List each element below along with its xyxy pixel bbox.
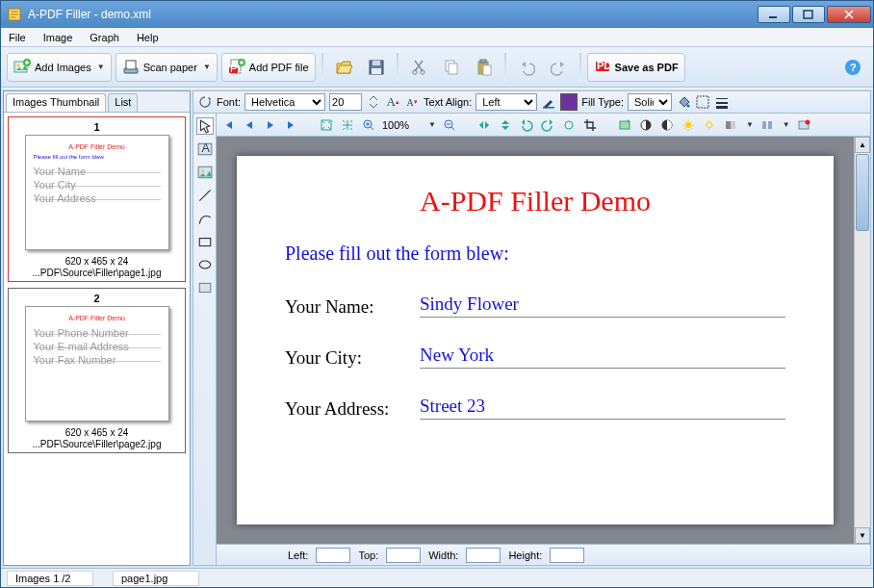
add-pdf-button[interactable]: PDF Add PDF file — [221, 53, 316, 82]
increase-font-icon[interactable]: A▴ — [385, 94, 400, 110]
save-button[interactable] — [362, 53, 391, 82]
zoom-out-icon[interactable] — [442, 117, 457, 133]
dropdown-arrow-icon[interactable]: ▼ — [783, 120, 790, 129]
save-as-pdf-button[interactable]: PDF Save as PDF — [587, 53, 685, 82]
close-button[interactable] — [827, 6, 871, 23]
zoom-value[interactable]: 100% — [382, 119, 421, 131]
ellipse-tool[interactable] — [196, 256, 214, 273]
menu-graph[interactable]: Graph — [86, 30, 123, 45]
image-tool[interactable] — [196, 164, 214, 181]
canvas-scroll[interactable]: A-PDF Filler Demo Please fill out the fo… — [217, 137, 854, 544]
form-row: Your Address: Street 23 — [285, 396, 785, 420]
thumbnail-panel: Images Thumbnail List 1 A-PDF Filler Dem… — [3, 90, 191, 566]
field-value[interactable]: Street 23 — [420, 396, 785, 420]
tab-thumbnails[interactable]: Images Thumbnail — [6, 93, 106, 112]
bucket-icon[interactable] — [676, 94, 691, 110]
height-label: Height: — [508, 550, 542, 561]
field-label: Your City: — [285, 347, 420, 369]
thumbnail-item[interactable]: 2 A-PDF Filler Demo Your Phone NumberYou… — [8, 288, 186, 453]
prev-icon[interactable] — [242, 117, 257, 133]
field-label: Your Address: — [285, 398, 420, 420]
scroll-down-icon[interactable]: ▼ — [855, 527, 870, 544]
scan-paper-button[interactable]: Scan paper ▼ — [116, 53, 218, 82]
effects-icon[interactable] — [617, 117, 632, 133]
stamp-tool[interactable] — [196, 279, 214, 296]
next-icon[interactable] — [263, 117, 278, 133]
contrast-icon[interactable] — [638, 117, 654, 133]
field-value[interactable]: New York — [420, 345, 785, 369]
brightness-down-icon[interactable] — [702, 117, 717, 133]
align-select[interactable]: Left — [476, 93, 537, 111]
paste-button[interactable] — [470, 53, 499, 82]
dropdown-arrow-icon[interactable]: ▼ — [746, 120, 754, 129]
width-input[interactable] — [466, 548, 501, 563]
save-as-pdf-label: Save as PDF — [615, 62, 679, 73]
actual-icon[interactable] — [340, 117, 355, 133]
add-pdf-label: Add PDF file — [249, 62, 309, 73]
fill-select[interactable]: Solid — [628, 93, 672, 111]
last-icon[interactable] — [284, 117, 299, 133]
pointer-tool[interactable] — [196, 117, 214, 135]
redo-button[interactable] — [545, 53, 574, 82]
grayscale-icon[interactable] — [723, 117, 738, 133]
scroll-up-icon[interactable]: ▲ — [855, 137, 870, 153]
fill-label: Fill Type: — [581, 96, 624, 108]
svg-rect-13 — [373, 61, 380, 65]
open-button[interactable] — [329, 53, 358, 82]
copy-button[interactable] — [437, 53, 466, 82]
scroll-thumb[interactable] — [856, 154, 869, 231]
line-tool[interactable] — [196, 187, 214, 204]
decrease-font-icon[interactable]: A▾ — [404, 94, 420, 110]
svg-rect-14 — [372, 68, 381, 74]
thumbnail-number: 1 — [11, 121, 183, 133]
menu-image[interactable]: Image — [39, 30, 77, 45]
vertical-scrollbar[interactable]: ▲ ▼ — [854, 137, 870, 544]
rect-tool[interactable] — [196, 233, 214, 250]
undo-button[interactable] — [512, 53, 541, 82]
field-value[interactable]: Sindy Flower — [420, 294, 785, 318]
tab-list[interactable]: List — [108, 93, 138, 112]
thumbnail-item[interactable]: 1 A-PDF Filler DemoPlease fill out the f… — [8, 116, 186, 282]
contrast2-icon[interactable] — [659, 117, 675, 133]
font-size-input[interactable] — [329, 93, 362, 111]
separator — [397, 53, 398, 82]
main-toolbar: Add Images ▼ Scan paper ▼ PDF Add PDF fi… — [1, 47, 873, 88]
page[interactable]: A-PDF Filler Demo Please fill out the fo… — [237, 156, 834, 524]
rotate-left-icon[interactable] — [519, 117, 534, 133]
height-input[interactable] — [550, 548, 584, 563]
separator — [321, 53, 323, 82]
curve-tool[interactable] — [196, 210, 214, 227]
fit-icon[interactable] — [319, 117, 334, 133]
scan-paper-label: Scan paper — [143, 62, 197, 73]
top-input[interactable] — [386, 548, 421, 563]
app-window: A-PDF Filler - demo.xml File Image Graph… — [0, 0, 874, 588]
text-tool[interactable]: A — [196, 141, 214, 158]
refresh-icon[interactable] — [197, 94, 213, 110]
svg-point-4 — [17, 64, 20, 66]
maximize-button[interactable] — [792, 6, 825, 23]
font-select[interactable]: Helvetica — [244, 93, 325, 111]
left-input[interactable] — [316, 548, 350, 563]
crop-icon[interactable] — [582, 117, 598, 133]
brightness-up-icon[interactable] — [681, 117, 696, 133]
more-icon[interactable] — [796, 117, 811, 133]
border-icon[interactable] — [695, 94, 710, 110]
rotate-180-icon[interactable] — [561, 117, 577, 133]
flip-h-icon[interactable] — [476, 117, 492, 133]
rotate-right-icon[interactable] — [540, 117, 555, 133]
line-weight-icon[interactable] — [714, 94, 730, 110]
add-images-button[interactable]: Add Images ▼ — [7, 53, 112, 82]
flip-v-icon[interactable] — [498, 117, 513, 133]
first-icon[interactable] — [220, 117, 236, 133]
split-icon[interactable] — [759, 117, 775, 133]
fill-color-swatch[interactable] — [560, 93, 578, 111]
font-size-spin[interactable] — [366, 94, 381, 110]
dropdown-arrow-icon[interactable]: ▼ — [428, 120, 436, 129]
cut-button[interactable] — [404, 53, 433, 82]
pen-icon[interactable] — [541, 94, 556, 110]
help-button[interactable]: ? — [838, 53, 867, 82]
menu-file[interactable]: File — [5, 30, 30, 45]
menu-help[interactable]: Help — [133, 30, 163, 45]
zoom-in-icon[interactable] — [361, 117, 376, 133]
minimize-button[interactable] — [758, 6, 790, 23]
